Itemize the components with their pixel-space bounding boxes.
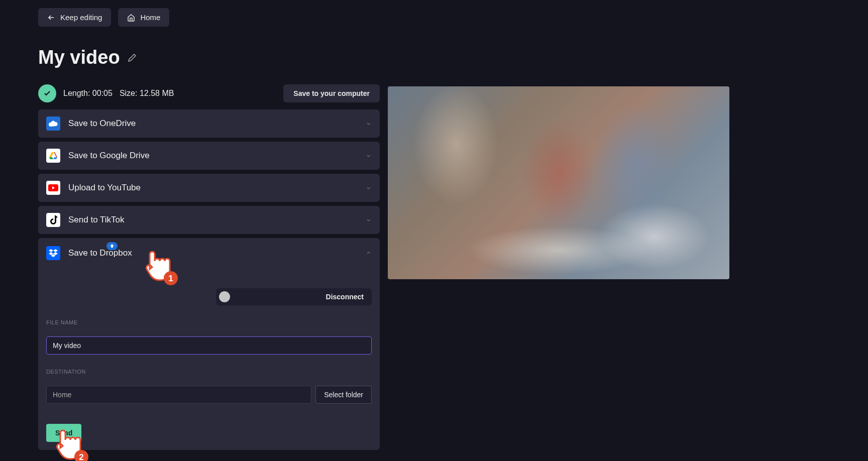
arrow-left-icon: [47, 14, 55, 22]
annotation-cursor-2: 2: [47, 424, 81, 461]
option-gdrive-label: Save to Google Drive: [68, 151, 150, 161]
input-caps-indicator-icon: [106, 242, 118, 250]
option-onedrive[interactable]: Save to OneDrive: [38, 109, 380, 138]
option-tiktok[interactable]: Send to TikTok: [38, 206, 380, 234]
chevron-down-icon: [366, 185, 372, 191]
option-dropbox-header[interactable]: Save to Dropbox: [46, 246, 372, 260]
svg-text:2: 2: [79, 452, 83, 461]
chevron-down-icon: [366, 153, 372, 159]
filename-input[interactable]: [46, 336, 372, 355]
option-onedrive-label: Save to OneDrive: [68, 119, 136, 129]
option-youtube-label: Upload to YouTube: [68, 183, 141, 193]
chevron-up-icon: [366, 250, 372, 256]
option-youtube[interactable]: Upload to YouTube: [38, 174, 380, 202]
edit-title-icon[interactable]: [127, 53, 137, 63]
info-row: Length: 00:05 Size: 12.58 MB Save to you…: [38, 84, 380, 102]
destination-field-label: DESTINATION: [46, 369, 372, 375]
home-label: Home: [140, 13, 160, 22]
destination-display: Home: [46, 386, 311, 404]
length-label: Length: 00:05: [63, 89, 113, 98]
onedrive-icon: [46, 117, 60, 131]
annotation-cursor-1: 1: [137, 245, 171, 285]
account-avatar: [219, 291, 230, 302]
youtube-icon: [46, 181, 60, 195]
gdrive-icon: [46, 149, 60, 163]
dropbox-icon: [46, 246, 60, 260]
save-to-computer-button[interactable]: Save to your computer: [283, 84, 380, 102]
page-title: My video: [38, 47, 120, 68]
title-row: My video: [38, 47, 380, 68]
keep-editing-button[interactable]: Keep editing: [38, 8, 111, 27]
disconnect-button[interactable]: Disconnect: [326, 293, 364, 301]
tiktok-icon: [46, 213, 60, 227]
option-tiktok-label: Send to TikTok: [68, 215, 125, 225]
option-gdrive[interactable]: Save to Google Drive: [38, 142, 380, 170]
home-button[interactable]: Home: [118, 8, 169, 27]
filename-field-label: FILE NAME: [46, 319, 372, 325]
size-label: Size: 12.58 MB: [120, 89, 174, 98]
top-buttons: Keep editing Home: [38, 8, 380, 27]
option-dropbox-expanded: Save to Dropbox Disconnect FILE NAME DES…: [38, 238, 380, 450]
chevron-down-icon: [366, 121, 372, 127]
status-check-icon: [38, 84, 56, 102]
option-dropbox-label: Save to Dropbox: [68, 248, 132, 258]
video-preview-thumbnail: [388, 86, 729, 279]
select-folder-button[interactable]: Select folder: [315, 386, 372, 404]
chevron-down-icon: [366, 217, 372, 223]
keep-editing-label: Keep editing: [60, 13, 102, 22]
svg-text:1: 1: [168, 274, 173, 283]
home-icon: [127, 14, 135, 22]
dropbox-account-row: Disconnect: [216, 288, 372, 305]
